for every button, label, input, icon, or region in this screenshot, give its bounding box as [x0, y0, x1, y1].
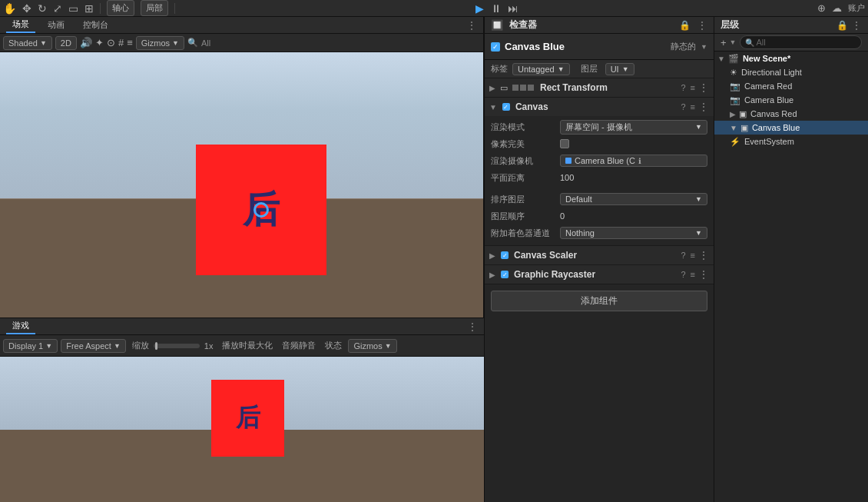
- camera-blue-label: Camera Blue: [744, 95, 793, 105]
- add-component-label: 添加组件: [581, 295, 618, 306]
- object-name[interactable]: Canvas Blue: [505, 41, 666, 52]
- rect-transform-header[interactable]: ▶ ▭ Rect Transform ? ≡ ⋮: [485, 78, 714, 97]
- hierarchy-list[interactable]: ▼ 🎬 New Scene* ☀ Directional Light 📷 Cam…: [714, 52, 868, 502]
- inspector-menu-icon[interactable]: ⋮: [697, 19, 707, 32]
- camera-dot-icon: [565, 158, 571, 164]
- scene-panel-header: 场景 动画 控制台 ⋮: [0, 17, 483, 34]
- canvas-scaler-header[interactable]: ▶ ✓ Canvas Scaler ? ≡ ⋮: [485, 246, 714, 264]
- rect-transform-help-icon[interactable]: ?: [681, 83, 685, 92]
- graphic-raycaster-settings-icon[interactable]: ≡: [691, 270, 695, 279]
- maximize-label[interactable]: 播放时最大化: [222, 340, 273, 351]
- game-gizmos-dropdown[interactable]: Gizmos ▼: [348, 339, 396, 353]
- graphic-raycaster-menu-icon[interactable]: ⋮: [698, 268, 709, 281]
- scale-tool-icon[interactable]: ⤢: [53, 2, 62, 15]
- scene-icon[interactable]: ⊙: [107, 37, 115, 48]
- graphic-raycaster-checkbox[interactable]: ✓: [501, 271, 509, 278]
- sort-layer-dropdown[interactable]: Default ▼: [560, 193, 707, 205]
- canvas-scaler-menu-icon[interactable]: ⋮: [698, 249, 709, 261]
- grid-icon[interactable]: #: [118, 37, 124, 48]
- canvas-blue-rect-game[interactable]: 后: [211, 380, 284, 457]
- canvas-scaler-help-icon[interactable]: ?: [681, 251, 685, 260]
- static-dropdown-icon[interactable]: ▼: [701, 43, 707, 51]
- render-mode-dropdown[interactable]: 屏幕空间 - 摄像机 ▼: [560, 120, 707, 135]
- 2d-btn[interactable]: 2D: [55, 36, 77, 50]
- pixel-perfect-checkbox[interactable]: [560, 139, 569, 148]
- object-active-checkbox[interactable]: ✓: [491, 42, 500, 52]
- canvas-scaler-settings-icon[interactable]: ≡: [691, 251, 695, 260]
- canvas-active-checkbox[interactable]: ✓: [502, 103, 510, 111]
- transform-tool-icon[interactable]: ⊞: [84, 2, 94, 15]
- rotate-tool-icon[interactable]: ↻: [38, 2, 47, 15]
- add-component-button[interactable]: 添加组件: [491, 291, 707, 311]
- scene-viewport[interactable]: 后: [0, 52, 483, 317]
- tab-scene[interactable]: 场景: [6, 17, 35, 33]
- canvas-settings-icon[interactable]: ≡: [691, 102, 695, 111]
- canvas-menu-icon[interactable]: ⋮: [698, 101, 709, 113]
- canvas-blue-icon: ▣: [740, 123, 748, 133]
- status-label[interactable]: 状态: [325, 340, 342, 351]
- axis-center-btn[interactable]: 轴心: [107, 0, 134, 16]
- hand-tool-icon[interactable]: ✋: [3, 2, 16, 15]
- hierarchy-item-eventsystem[interactable]: ⚡ EventSystem: [714, 135, 868, 148]
- inspector-scroll[interactable]: ▶ ▭ Rect Transform ? ≡ ⋮ ▼: [485, 78, 714, 502]
- hierarchy-add-chevron[interactable]: ▼: [730, 38, 737, 46]
- layer-dropdown[interactable]: UI ▼: [605, 63, 634, 75]
- hierarchy-add-button[interactable]: +: [717, 37, 730, 48]
- render-camera-value: Camera Blue (C: [575, 156, 635, 165]
- tag-dropdown[interactable]: Untagged ▼: [512, 63, 570, 75]
- hierarchy-menu-icon[interactable]: ⋮: [851, 19, 862, 32]
- game-panel-menu-icon[interactable]: ⋮: [467, 321, 478, 333]
- rect-transform-menu-icon[interactable]: ⋮: [698, 81, 709, 94]
- hierarchy-item-camera-blue[interactable]: 📷 Camera Blue: [714, 93, 868, 107]
- graphic-raycaster-help-icon[interactable]: ?: [681, 270, 685, 279]
- game-gizmos-chevron: ▼: [385, 342, 392, 350]
- hierarchy-scene-root[interactable]: ▼ 🎬 New Scene*: [714, 52, 868, 65]
- hierarchy-item-canvas-red[interactable]: ▶ ▣ Canvas Red: [714, 107, 868, 121]
- effects-icon[interactable]: ✦: [95, 37, 104, 48]
- hierarchy-lock-icon[interactable]: 🔒: [837, 20, 848, 31]
- canvas-scaler-checkbox[interactable]: ✓: [501, 251, 509, 259]
- step-button[interactable]: ⏭: [506, 2, 520, 15]
- hierarchy-search-box[interactable]: 🔍 All: [740, 35, 862, 49]
- canvas-help-icon[interactable]: ?: [681, 102, 685, 111]
- play-button[interactable]: ▶: [472, 2, 486, 15]
- shaded-dropdown[interactable]: Shaded ▼: [3, 36, 52, 50]
- game-viewport[interactable]: 后: [0, 357, 484, 502]
- gizmos-dropdown[interactable]: Gizmos ▼: [136, 36, 184, 50]
- layer-dropdown-icon: ▼: [622, 65, 629, 73]
- tab-game[interactable]: 游戏: [6, 318, 35, 334]
- collab-icon[interactable]: ⊕: [817, 2, 826, 14]
- mute-label[interactable]: 音频静音: [282, 340, 316, 351]
- hierarchy-item-canvas-blue[interactable]: ▼ ▣ Canvas Blue: [714, 121, 868, 135]
- hierarchy-item-camera-red[interactable]: 📷 Camera Red: [714, 79, 868, 93]
- scale-slider-handle[interactable]: [155, 342, 157, 350]
- graphic-raycaster-header[interactable]: ▶ ✓ Graphic Raycaster ? ≡ ⋮: [485, 265, 714, 284]
- aspect-dropdown[interactable]: Free Aspect ▼: [61, 339, 126, 353]
- pause-button[interactable]: ⏸: [489, 2, 503, 15]
- more-scene-icon[interactable]: ≡: [127, 37, 133, 48]
- tab-console[interactable]: 控制台: [77, 18, 114, 32]
- canvas-header[interactable]: ▼ ✓ Canvas ? ≡ ⋮: [485, 98, 714, 116]
- axis-label: 轴心: [112, 2, 129, 14]
- scene-panel-menu-icon[interactable]: ⋮: [466, 19, 477, 32]
- game-panel: 游戏 ⋮ Display 1 ▼ Free Aspect ▼ 缩放 1x 播放时…: [0, 317, 484, 502]
- add-shader-dropdown[interactable]: Nothing ▼: [560, 227, 707, 239]
- plane-distance-value[interactable]: 100: [560, 173, 707, 182]
- display-dropdown[interactable]: Display 1 ▼: [3, 339, 58, 353]
- hierarchy-search-icon: 🔍: [745, 38, 754, 47]
- move-tool-icon[interactable]: ✥: [22, 2, 31, 15]
- cloud-icon[interactable]: ☁: [832, 2, 842, 14]
- account-label[interactable]: 账户: [848, 2, 865, 14]
- rect-tool-icon[interactable]: ▭: [68, 2, 78, 15]
- local-global-btn[interactable]: 局部: [141, 0, 168, 16]
- inspector-lock-icon[interactable]: 🔒: [679, 20, 691, 31]
- audio-icon[interactable]: 🔊: [80, 37, 92, 48]
- hierarchy-item-directional-light[interactable]: ☀ Directional Light: [714, 65, 868, 79]
- rect-transform-settings-icon[interactable]: ≡: [691, 83, 695, 92]
- render-camera-ref[interactable]: Camera Blue (C ℹ: [560, 155, 707, 167]
- render-mode-row: 渲染模式 屏幕空间 - 摄像机 ▼: [491, 119, 707, 135]
- tab-animation[interactable]: 动画: [41, 18, 71, 32]
- canvas-blue-rect-scene[interactable]: 后: [196, 145, 326, 275]
- layer-order-value[interactable]: 0: [560, 211, 707, 221]
- tag-value: Untagged: [518, 65, 555, 74]
